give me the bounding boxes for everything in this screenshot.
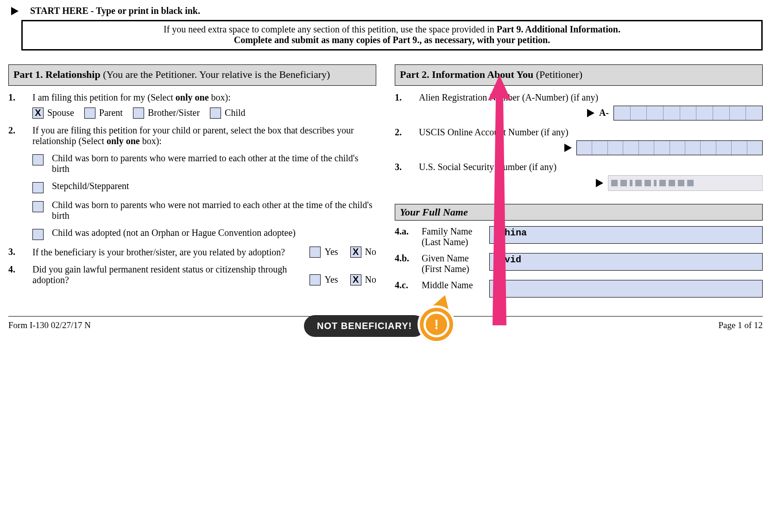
part2-q1: 1. Alien Registration Number (A-Number) … (395, 92, 763, 120)
family-name-input[interactable]: Kohina (489, 226, 763, 244)
label-child-unmarried: Child was born to parents who were not m… (52, 200, 376, 221)
a-number-prefix: A- (599, 108, 609, 118)
full-name-header: Your Full Name (395, 204, 763, 221)
r4a-sublabel: (Last Name) (422, 237, 468, 247)
right-column: Part 2. Information About You (Petitione… (395, 64, 763, 298)
q4-no[interactable]: XNo (350, 274, 376, 285)
p2q2-number: 2. (395, 127, 419, 155)
part2-q3: 3. U.S. Social Security Number (if any) (395, 162, 763, 191)
q1-number: 1. (8, 92, 32, 119)
q3-text: If the beneficiary is your brother/siste… (32, 247, 310, 258)
checkbox-child-adopted[interactable]: Child was adopted (not an Orphan or Hagu… (32, 228, 376, 240)
triangle-right-icon (11, 7, 19, 15)
q3-yes-label: Yes (324, 247, 338, 257)
label-parent: Parent (99, 108, 123, 118)
part1-q1: 1. I am filing this petition for my (Sel… (8, 92, 376, 119)
part2-title-bold: Part 2. Information About You (400, 69, 533, 80)
checkbox-stepchild[interactable]: Stepchild/Stepparent (32, 181, 376, 193)
footer-right: Page 1 of 12 (718, 320, 763, 330)
q1-text-bold: only one (176, 92, 209, 102)
label-child-married: Child was born to parents who were marri… (52, 153, 376, 174)
r4a-number: 4.a. (395, 226, 419, 237)
ssn-input-redacted[interactable] (608, 175, 763, 191)
q4-yes[interactable]: Yes (310, 274, 338, 285)
q4-yes-label: Yes (324, 274, 338, 285)
triangle-right-icon (596, 179, 603, 187)
part1-title-rest: (You are the Petitioner. Your relative i… (101, 69, 330, 80)
r4b-number: 4.b. (395, 253, 419, 264)
q1-text-prefix: I am filing this petition for my (Select (32, 92, 176, 102)
part1-q2: 2. If you are filing this petition for y… (8, 125, 376, 240)
r4b-label: Given Name (422, 253, 469, 263)
label-child-adopted: Child was adopted (not an Orphan or Hagu… (52, 228, 376, 238)
left-column: Part 1. Relationship (You are the Petiti… (8, 64, 376, 298)
form-page: START HERE - Type or print in black ink.… (8, 6, 763, 330)
q2-number: 2. (8, 125, 32, 240)
part2-header: Part 2. Information About You (Petitione… (395, 64, 763, 86)
footer-left: Form I-130 02/27/17 N (8, 320, 91, 330)
notice-box: If you need extra space to complete any … (21, 20, 763, 51)
triangle-right-icon (587, 109, 594, 117)
q1-text-suffix: box): (209, 92, 231, 102)
q3-no-label: No (365, 247, 376, 257)
r4a-label: Family Name (422, 226, 472, 236)
uscis-account-input[interactable] (576, 140, 763, 155)
q2-text-prefix: If you are filing this petition for your… (32, 125, 354, 146)
q4-text: Did you gain lawful permanent resident s… (32, 264, 310, 285)
q2-text-bold: only one (107, 136, 140, 146)
triangle-right-icon (564, 144, 572, 152)
part1-q3: 3. If the beneficiary is your brother/si… (8, 247, 376, 258)
checkbox-child-married[interactable]: Child was born to parents who were marri… (32, 153, 376, 174)
row-family-name: 4.a. Family Name(Last Name) Kohina (395, 226, 763, 247)
p2q1-number: 1. (395, 92, 419, 120)
checkbox-brother-sister[interactable]: Brother/Sister (133, 108, 200, 119)
r4c-label: Middle Name (422, 280, 473, 290)
part1-q4: 4. Did you gain lawful permanent residen… (8, 264, 376, 285)
label-spouse: Spouse (47, 108, 74, 118)
annotation-arrow-up-icon (486, 75, 513, 325)
q3-yes[interactable]: Yes (310, 247, 338, 258)
r4c-number: 4.c. (395, 280, 419, 291)
r4b-sublabel: (First Name) (422, 264, 469, 274)
part1-header: Part 1. Relationship (You are the Petiti… (8, 64, 376, 86)
part2-q2: 2. USCIS Online Account Number (if any) (395, 127, 763, 155)
notice-text-1: If you need extra space to complete any … (164, 24, 497, 34)
start-here-text: START HERE - Type or print in black ink. (30, 6, 200, 16)
annotation-callout: NOT BENEFICIARY! (304, 315, 425, 337)
part2-title-rest: (Petitioner) (533, 69, 582, 80)
label-stepchild: Stepchild/Stepparent (52, 181, 376, 191)
row-given-name: 4.b. Given Name(First Name) David (395, 253, 763, 274)
checkbox-child[interactable]: Child (210, 108, 245, 119)
q4-number: 4. (8, 264, 32, 285)
checkbox-spouse[interactable]: XSpouse (32, 108, 74, 119)
q3-no[interactable]: XNo (350, 247, 376, 258)
svg-marker-0 (488, 75, 511, 325)
q3-number: 3. (8, 247, 32, 258)
checkbox-child-unmarried[interactable]: Child was born to parents who were not m… (32, 200, 376, 221)
q2-text-suffix: box): (140, 136, 162, 146)
given-name-input[interactable]: David (489, 253, 763, 271)
q4-no-label: No (365, 274, 376, 285)
notice-line-2: Complete and submit as many copies of Pa… (234, 35, 550, 45)
row-middle-name: 4.c. Middle Name (395, 280, 763, 298)
label-brother-sister: Brother/Sister (148, 108, 200, 118)
middle-name-input[interactable] (489, 280, 763, 298)
start-here-row: START HERE - Type or print in black ink. (11, 6, 763, 16)
a-number-input[interactable] (613, 106, 763, 120)
part1-title-bold: Part 1. Relationship (13, 69, 101, 80)
p2q3-number: 3. (395, 162, 419, 191)
checkbox-parent[interactable]: Parent (84, 108, 123, 119)
notice-bold-1: Part 9. Additional Information. (497, 24, 620, 34)
annotation-warning-badge-icon: ! (420, 308, 453, 341)
label-child: Child (225, 108, 245, 118)
